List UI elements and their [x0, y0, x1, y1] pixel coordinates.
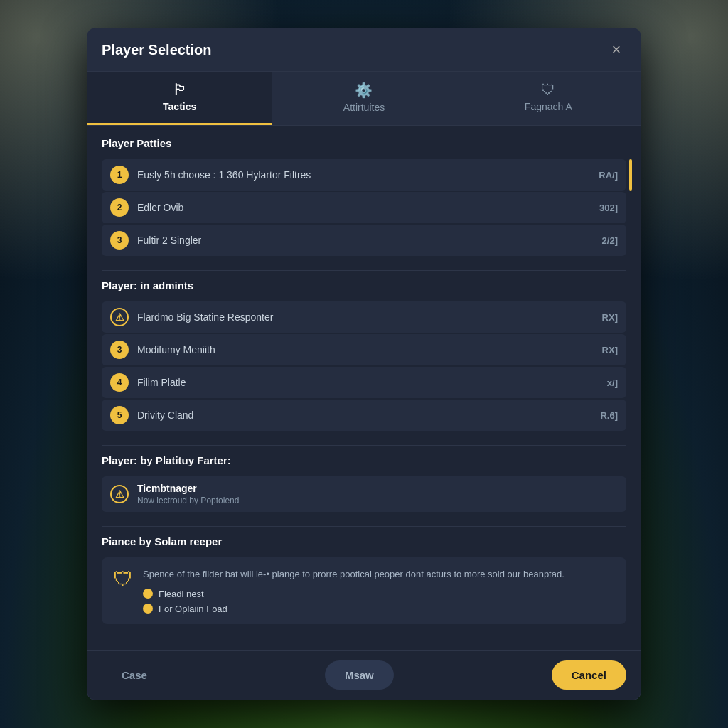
tab-attributes-label: Attirtuites — [343, 102, 385, 113]
tab-fagnach-label: Fagnach A — [525, 101, 572, 112]
option-text-2: For Oplaiin Foad — [159, 604, 228, 614]
tabs-container: 🏳 Tactics ⚙️ Attirtuites 🛡 Fagnach A — [87, 72, 641, 126]
item-value-a2: RX] — [602, 345, 618, 355]
section-player-patterns: Player Patties 1 Eusly 5h choose : 1 360… — [102, 137, 626, 256]
shield-icon: 🛡 — [113, 567, 133, 591]
modal-overlay: Player Selection × 🏳 Tactics ⚙️ Attirtui… — [0, 0, 728, 728]
piance-content: Spence of the filder bat will le-• plang… — [143, 567, 564, 614]
item-value-1: RA/] — [599, 170, 618, 181]
modal-title: Player Selection — [102, 42, 212, 58]
scroll-indicator — [629, 159, 632, 191]
player-platity-title: Player: by Platituy Farter: — [102, 454, 626, 469]
fagnach-icon: 🛡 — [541, 82, 555, 98]
badge-a3: 4 — [110, 373, 129, 392]
platity-subtitle: Now lectroud by Poptolend — [137, 496, 239, 505]
player-patterns-title: Player Patties — [102, 137, 626, 152]
piance-body: 🛡 Spence of the filder bat will le-• pla… — [113, 567, 615, 614]
divider-3 — [102, 526, 626, 527]
item-value-a1: RX] — [602, 312, 618, 323]
option-item-2: For Oplaiin Foad — [143, 604, 564, 614]
tab-tactics-label: Tactics — [163, 101, 196, 112]
item-text-a1: Flardmo Big Statine Responter — [137, 311, 594, 323]
list-item[interactable]: 5 Drivity Cland R.6] — [102, 400, 626, 431]
badge-1: 1 — [110, 166, 129, 184]
modal-body: Player Patties 1 Eusly 5h choose : 1 360… — [87, 126, 641, 650]
badge-3: 3 — [110, 231, 129, 250]
close-button[interactable]: × — [606, 40, 626, 60]
platity-warning-item[interactable]: ⚠ Ticmbtnager Now lectroud by Poptolend — [102, 476, 626, 512]
divider-1 — [102, 270, 626, 271]
option-dot-1 — [143, 589, 153, 599]
tab-attributes[interactable]: ⚙️ Attirtuites — [272, 72, 456, 125]
platity-title: Ticmbtnager — [137, 483, 239, 494]
platity-warning-icon: ⚠ — [110, 485, 129, 503]
item-text-a4: Drivity Cland — [137, 410, 592, 421]
tab-tactics[interactable]: 🏳 Tactics — [87, 72, 272, 125]
badge-a2: 3 — [110, 341, 129, 359]
option-text-1: Fleadi nest — [159, 589, 204, 599]
item-value-3: 2/2] — [602, 235, 618, 246]
piance-options: Fleadi nest For Oplaiin Foad — [143, 589, 564, 614]
divider-2 — [102, 445, 626, 446]
list-item[interactable]: ⚠ Flardmo Big Statine Responter RX] — [102, 301, 626, 333]
piance-title: Piance by Solam reeper — [102, 535, 626, 550]
tactics-icon: 🏳 — [173, 82, 187, 98]
item-value-a4: R.6] — [600, 410, 618, 421]
section-player-admints: Player: in admints ⚠ Flardmo Big Statine… — [102, 279, 626, 431]
section-piance: Piance by Solam reeper 🛡 Spence of the f… — [102, 535, 626, 624]
list-item[interactable]: 3 Fultir 2 Singler 2/2] — [102, 225, 626, 256]
cancel-button[interactable]: Cancel — [552, 660, 626, 690]
modal-header: Player Selection × — [87, 28, 641, 72]
item-text-3: Fultir 2 Singler — [137, 235, 594, 246]
section-player-platity: Player: by Platituy Farter: ⚠ Ticmbtnage… — [102, 454, 626, 512]
badge-a4: 5 — [110, 406, 129, 424]
piance-description: Spence of the filder bat will le-• plang… — [143, 567, 564, 582]
piance-warning-section: 🛡 Spence of the filder bat will le-• pla… — [102, 557, 626, 624]
list-item[interactable]: 1 Eusly 5h choose : 1 360 Hylartor Filtr… — [102, 159, 626, 191]
badge-2: 2 — [110, 198, 129, 217]
item-value-a3: x/] — [607, 378, 618, 388]
item-text-1: Eusly 5h choose : 1 360 Hylartor Filtres — [137, 169, 590, 181]
player-selection-modal: Player Selection × 🏳 Tactics ⚙️ Attirtui… — [87, 28, 641, 700]
item-text-2: Edler Ovib — [137, 202, 591, 213]
case-button[interactable]: Case — [102, 660, 167, 690]
list-item[interactable]: 2 Edler Ovib 302] — [102, 192, 626, 223]
option-dot-2 — [143, 604, 153, 614]
item-value-2: 302] — [599, 203, 618, 213]
warning-badge-1: ⚠ — [110, 308, 129, 326]
platity-text-block: Ticmbtnager Now lectroud by Poptolend — [137, 483, 239, 505]
player-admints-list: ⚠ Flardmo Big Statine Responter RX] 3 Mo… — [102, 301, 626, 431]
item-text-a2: Modifumy Meniith — [137, 344, 594, 355]
msaw-button[interactable]: Msaw — [325, 660, 394, 690]
player-admints-title: Player: in admints — [102, 279, 626, 294]
list-item[interactable]: 3 Modifumy Meniith RX] — [102, 334, 626, 365]
player-patterns-list: 1 Eusly 5h choose : 1 360 Hylartor Filtr… — [102, 159, 626, 256]
list-item[interactable]: 4 Filim Platle x/] — [102, 367, 626, 398]
option-item-1: Fleadi nest — [143, 589, 564, 599]
modal-footer: Case Msaw Cancel — [87, 650, 641, 700]
tab-fagnach[interactable]: 🛡 Fagnach A — [456, 72, 641, 125]
item-text-a3: Filim Platle — [137, 377, 599, 388]
attributes-icon: ⚙️ — [355, 82, 373, 99]
